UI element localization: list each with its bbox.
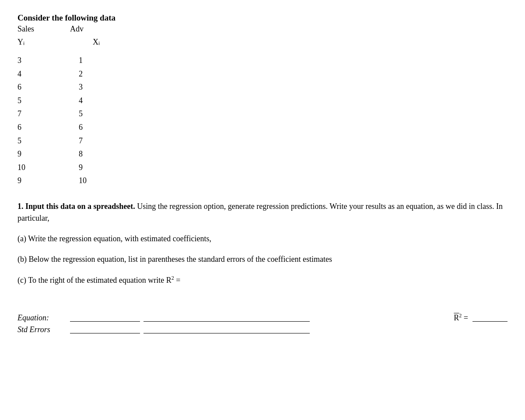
equation-label: Equation: [18,313,70,323]
cell-y: 3 [18,54,70,67]
page-title: Consider the following data [18,13,508,23]
equation-left: Equation: [18,313,445,323]
cell-x: 4 [70,94,122,108]
cell-x: 6 [70,121,122,134]
std-errors-left: Std Errors [18,325,508,334]
column-headers: Sales Adv [18,24,508,34]
cell-y: 9 [18,174,70,187]
cell-y: 4 [18,67,70,81]
cell-y: 6 [18,80,70,94]
equation-row: Equation: R2 = [18,312,508,323]
cell-x: 10 [70,174,122,187]
sub-b-text: (b) Below the regression equation, list … [18,253,508,265]
std-errors-row: Std Errors [18,325,508,334]
adv-column-header: Adv [70,24,122,34]
r-squared-line[interactable] [472,321,508,322]
table-row: 3 1 [18,54,508,67]
adv-sub-header: Xᵢ [70,37,122,47]
r-squared-area: R2 = [454,312,508,323]
table-row: 4 2 [18,67,508,81]
sales-sub-header: Yᵢ [18,37,70,47]
question-1-bold: 1. Input this data on a spreadsheet. [18,202,135,211]
table-row: 9 10 [18,174,508,187]
sub-c-text: (c) To the right of the estimated equati… [18,274,508,286]
r-squared-label: R2 = [454,312,468,323]
question-1: 1. Input this data on a spreadsheet. Usi… [18,201,508,224]
sub-question-c: (c) To the right of the estimated equati… [18,274,508,286]
table-row: 7 5 [18,107,508,121]
sales-column-header: Sales [18,24,70,34]
equation-line-short[interactable] [70,321,140,322]
table-row: 6 6 [18,121,508,134]
page-container: Consider the following data Sales Adv Yᵢ… [18,13,508,334]
table-row: 9 8 [18,147,508,161]
std-errors-line-long[interactable] [144,333,310,333]
table-row: 10 9 [18,161,508,174]
equation-line-long[interactable] [144,321,310,322]
cell-x: 7 [70,134,122,148]
cell-x: 5 [70,107,122,121]
sub-question-a: (a) Write the regression equation, with … [18,233,508,245]
data-section: Consider the following data Sales Adv Yᵢ… [18,13,508,187]
cell-x: 8 [70,147,122,161]
std-errors-label: Std Errors [18,325,70,334]
cell-y: 9 [18,147,70,161]
cell-x: 9 [70,161,122,174]
cell-x: 3 [70,80,122,94]
question-1-text: 1. Input this data on a spreadsheet. Usi… [18,201,508,224]
cell-x: 1 [70,54,122,67]
cell-y: 5 [18,94,70,108]
data-rows: 3 1 4 2 6 3 5 4 7 5 6 6 5 7 9 8 10 9 9 1… [18,54,508,187]
cell-y: 6 [18,121,70,134]
table-row: 5 4 [18,94,508,108]
std-errors-line-short[interactable] [70,333,140,333]
sub-a-text: (a) Write the regression equation, with … [18,233,508,245]
cell-y: 7 [18,107,70,121]
table-row: 6 3 [18,80,508,94]
sub-question-b: (b) Below the regression equation, list … [18,253,508,265]
table-row: 5 7 [18,134,508,148]
column-sub-headers: Yᵢ Xᵢ [18,37,508,47]
cell-y: 5 [18,134,70,148]
cell-y: 10 [18,161,70,174]
answer-section: Equation: R2 = Std Errors [18,312,508,334]
cell-x: 2 [70,67,122,81]
